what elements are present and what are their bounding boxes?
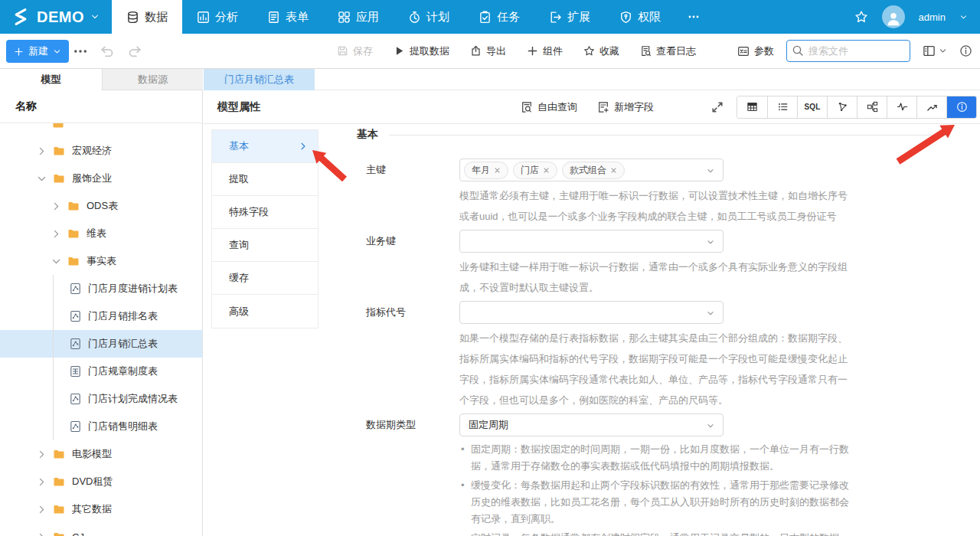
selected-field-tag[interactable]: 门店 xyxy=(513,162,557,179)
primary-key-select[interactable]: 年月 门店 款式组合 xyxy=(459,159,724,181)
nav-task[interactable]: 任务 xyxy=(464,0,534,34)
view-info-button[interactable] xyxy=(946,96,976,118)
view-trend-button[interactable] xyxy=(916,96,946,118)
menu-advanced[interactable]: 高级 xyxy=(212,295,318,328)
main-panel: 模型属性 自由查询 新增字段 SQL 基本 提取 特殊字段 查询 xyxy=(204,90,980,536)
select-chevron-icon xyxy=(705,420,716,431)
nav-plan[interactable]: 计划 xyxy=(394,0,464,34)
chevron-down-icon xyxy=(959,13,968,21)
logo[interactable]: DEMO xyxy=(0,0,110,34)
tree-item[interactable]: 门店月度进销计划表 xyxy=(0,275,202,302)
menu-query[interactable]: 查询 xyxy=(212,229,318,262)
tree-item[interactable]: 门店计划完成情况表 xyxy=(0,385,202,413)
hierarchy-icon xyxy=(867,101,878,113)
period-type-select[interactable]: 固定周期 xyxy=(459,413,724,436)
view-sql-button[interactable]: SQL xyxy=(797,96,827,118)
tree-item[interactable]: 其它数据 xyxy=(0,495,202,523)
field-label: 主键 xyxy=(366,159,459,227)
view-hierarchy-button[interactable] xyxy=(857,96,887,118)
business-key-select[interactable] xyxy=(459,230,724,253)
avatar[interactable] xyxy=(882,5,905,28)
undo-button[interactable] xyxy=(100,44,115,59)
nav-more-button[interactable] xyxy=(675,0,712,34)
export-button[interactable]: 导出 xyxy=(470,44,506,58)
tree-item[interactable]: 服饰企业 xyxy=(0,165,202,192)
tag-label: 款式组合 xyxy=(570,164,606,177)
redo-button[interactable] xyxy=(127,44,142,59)
menu-extract[interactable]: 提取 xyxy=(212,163,318,196)
view-pulse-button[interactable] xyxy=(887,96,916,118)
more-actions-button[interactable] xyxy=(73,44,88,59)
nav-data[interactable]: 数据 xyxy=(112,0,182,34)
view-list-button[interactable] xyxy=(767,96,797,118)
tree-item[interactable]: CJ xyxy=(0,523,202,536)
page-title: 模型属性 xyxy=(217,100,260,114)
save-button[interactable]: 保存 xyxy=(337,44,373,58)
search-input[interactable] xyxy=(786,40,910,62)
chevron-right-icon xyxy=(37,449,47,459)
logo-s-icon xyxy=(11,7,31,27)
tab-model[interactable]: 模型 xyxy=(0,69,102,90)
menu-special[interactable]: 特殊字段 xyxy=(212,196,318,229)
nav-extend[interactable]: 扩展 xyxy=(534,0,605,34)
tree-item[interactable]: 维表 xyxy=(0,220,202,247)
panel-toggle-button[interactable] xyxy=(923,44,947,57)
nav-app[interactable]: 应用 xyxy=(323,0,394,34)
new-button[interactable]: 新建 xyxy=(6,40,69,63)
tree-item[interactable]: DVD租赁 xyxy=(0,468,202,495)
model-file-icon xyxy=(69,338,82,350)
add-field-button[interactable]: 新增字段 xyxy=(597,100,654,114)
component-button[interactable]: 组件 xyxy=(527,44,563,58)
tree-item[interactable]: 事实表 xyxy=(0,247,202,275)
favorite-button[interactable]: 收藏 xyxy=(583,44,619,58)
remove-tag-icon[interactable] xyxy=(543,167,550,174)
remove-tag-icon[interactable] xyxy=(494,167,501,174)
expand-button[interactable] xyxy=(710,100,724,114)
selected-field-tag[interactable]: 款式组合 xyxy=(562,162,625,179)
period-type-bullet: 缓慢变化：每条数据用起和止两个字段标识数据的有效性，通常用于那些需要记录修改历史… xyxy=(459,477,851,528)
free-query-button[interactable]: 自由查询 xyxy=(521,100,577,114)
view-lineage-button[interactable] xyxy=(827,96,857,118)
selected-field-tag[interactable]: 年月 xyxy=(464,162,508,179)
tree-item[interactable]: 门店月销排名表 xyxy=(0,302,202,330)
info-icon xyxy=(956,101,968,113)
view-logs-button[interactable]: 查看日志 xyxy=(640,44,696,58)
log-icon xyxy=(640,45,652,57)
tree-item-label: 服饰企业 xyxy=(72,172,112,185)
tree-item-label: CJ xyxy=(72,531,84,536)
tree-item-label: 门店月销排名表 xyxy=(88,309,158,323)
menu-basic[interactable]: 基本 xyxy=(212,130,318,163)
menu-item-label: 查询 xyxy=(229,238,249,252)
nav-permission[interactable]: 权限 xyxy=(605,0,675,34)
tree-item-label: 电影模型 xyxy=(72,447,112,461)
tree-item[interactable]: 电影模型 xyxy=(0,440,202,468)
indicator-code-select[interactable] xyxy=(459,301,724,324)
tree-item[interactable]: 宏观经济 xyxy=(0,137,202,165)
tree-item-label: 门店销售明细表 xyxy=(88,420,158,433)
tree-item[interactable]: ODS表 xyxy=(0,192,202,220)
help-info-button[interactable] xyxy=(959,44,972,57)
tab-document[interactable]: 门店月销汇总表 xyxy=(204,69,315,90)
view-table-button[interactable] xyxy=(737,96,767,118)
tab-datasource[interactable]: 数据源 xyxy=(102,69,203,90)
menu-cache[interactable]: 缓存 xyxy=(212,262,318,295)
remove-tag-icon[interactable] xyxy=(610,167,617,174)
tree-item-label: 门店计划完成情况表 xyxy=(88,392,178,406)
extract-data-button[interactable]: 提取数据 xyxy=(394,44,449,58)
toolbar-action-label: 组件 xyxy=(543,44,563,58)
menu-item-label: 缓存 xyxy=(229,271,249,285)
tree-item[interactable]: 门店销售明细表 xyxy=(0,413,202,440)
tree-item[interactable]: 门店月销汇总表 xyxy=(0,330,202,358)
params-button[interactable]: 参数 xyxy=(737,44,774,58)
nav-analysis[interactable]: 分析 xyxy=(182,0,253,34)
tree-header: 名称 xyxy=(0,90,202,123)
user-name[interactable]: admin xyxy=(919,11,946,23)
favorite-star-button[interactable] xyxy=(854,10,868,24)
nav-form[interactable]: 表单 xyxy=(253,0,323,34)
tabs-row: 模型 数据源 门店月销汇总表 xyxy=(0,69,980,90)
tree-item[interactable] xyxy=(0,123,202,137)
tree-item[interactable]: 门店规章制度表 xyxy=(0,358,202,385)
select-chevron-icon xyxy=(705,237,716,247)
nav-item-label: 数据 xyxy=(145,10,168,25)
section-title: 基本 xyxy=(357,128,946,142)
